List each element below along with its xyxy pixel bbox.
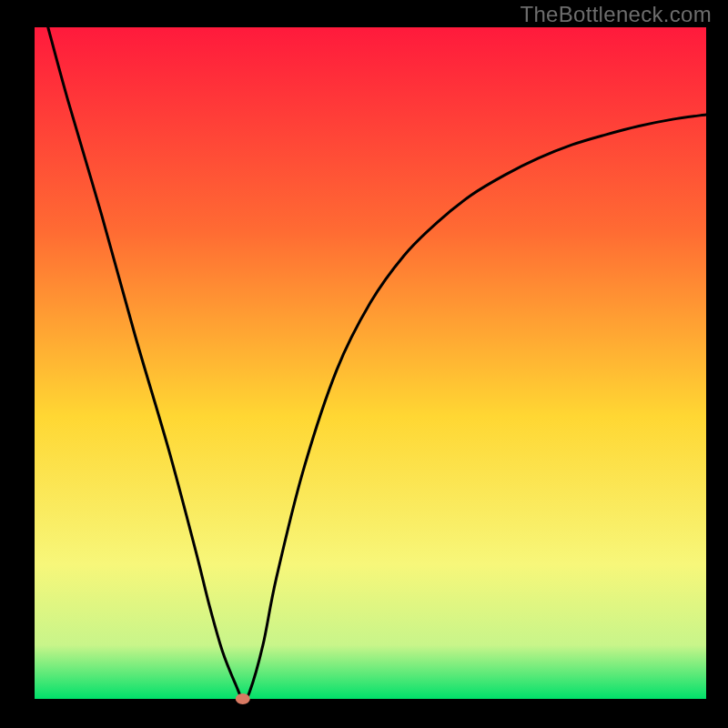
watermark-text: TheBottleneck.com xyxy=(520,2,712,27)
plot-background xyxy=(35,27,706,699)
optimum-marker xyxy=(236,693,250,704)
chart-stage: TheBottleneck.com xyxy=(0,0,728,728)
bottleneck-chart xyxy=(0,0,728,728)
